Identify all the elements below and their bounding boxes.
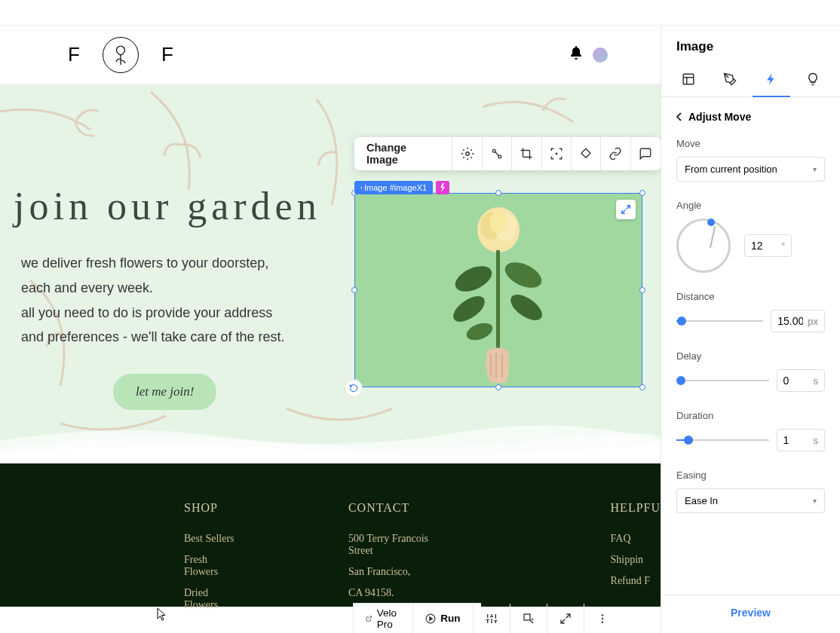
- expand-icon[interactable]: [616, 200, 636, 219]
- svg-point-13: [464, 320, 495, 343]
- hero-title: join our garden: [14, 184, 321, 228]
- delay-slider[interactable]: [676, 380, 769, 381]
- svg-point-16: [601, 614, 602, 616]
- footer-heading: SHOP: [184, 501, 243, 515]
- easing-label: Easing: [676, 469, 825, 481]
- duration-input[interactable]: s: [777, 429, 826, 451]
- duration-slider[interactable]: [676, 439, 769, 441]
- svg-point-9: [452, 261, 496, 296]
- tab-layout[interactable]: [670, 65, 707, 96]
- inspector-icon[interactable]: [510, 604, 547, 633]
- preview-button[interactable]: Preview: [731, 607, 771, 619]
- more-icon[interactable]: [584, 604, 621, 633]
- logo-letter-left: F: [68, 43, 80, 66]
- angle-dial[interactable]: [676, 219, 731, 273]
- svg-point-3: [556, 153, 557, 154]
- footer-text: 500 Terry Francois Street: [348, 533, 452, 557]
- svg-rect-19: [683, 74, 694, 84]
- footer-col-helpful: HELPFU FAQ Shippin Refund F: [611, 501, 661, 620]
- resize-handle[interactable]: [639, 190, 645, 196]
- animation-badge-icon[interactable]: [436, 181, 449, 194]
- distance-input[interactable]: px: [771, 310, 825, 332]
- focus-icon[interactable]: [542, 137, 572, 170]
- footer-heading: HELPFU: [611, 501, 661, 515]
- duration-label: Duration: [676, 410, 825, 421]
- svg-point-11: [449, 291, 489, 326]
- properties-panel: Image Adjust Move Move Fro: [661, 26, 840, 633]
- site-logo: F F: [68, 37, 173, 73]
- resize-handle[interactable]: [351, 287, 357, 293]
- element-label[interactable]: ‹ Image #imageX1: [354, 181, 433, 194]
- resize-handle[interactable]: [639, 287, 645, 293]
- back-button[interactable]: Adjust Move: [676, 111, 825, 123]
- angle-input[interactable]: °: [744, 234, 792, 257]
- move-select[interactable]: From current position ▾: [676, 157, 825, 182]
- resize-handle[interactable]: [639, 384, 645, 390]
- panel-title: Image: [661, 26, 840, 65]
- site-header: F F: [0, 26, 661, 84]
- svg-rect-8: [496, 250, 500, 363]
- logo-mark: [103, 37, 139, 73]
- footer-link[interactable]: Shippin: [611, 554, 661, 566]
- run-button[interactable]: Run: [413, 604, 473, 633]
- selected-image[interactable]: [354, 193, 642, 387]
- mask-icon[interactable]: [572, 137, 601, 170]
- velo-pro-button[interactable]: Velo Pro: [354, 604, 413, 633]
- animation-icon[interactable]: [483, 137, 512, 170]
- link-icon[interactable]: [601, 137, 630, 170]
- tab-help[interactable]: [794, 65, 832, 96]
- logo-letter-right: F: [161, 43, 173, 66]
- join-button[interactable]: let me join!: [113, 374, 216, 410]
- undo-icon[interactable]: [345, 379, 363, 397]
- crop-icon[interactable]: [512, 137, 541, 170]
- hero-line-1: we deliver fresh flowers to your doorste…: [21, 252, 321, 274]
- cursor-icon: [157, 607, 167, 623]
- svg-point-12: [506, 289, 546, 325]
- image-toolbar: Change Image: [354, 137, 661, 170]
- comment-icon[interactable]: [631, 137, 661, 170]
- svg-point-10: [501, 257, 546, 292]
- settings-sliders-icon[interactable]: [474, 604, 510, 633]
- hero-line-3: all you need to do is provide your addre…: [21, 302, 321, 324]
- svg-point-0: [465, 152, 469, 156]
- resize-handle[interactable]: [495, 190, 501, 196]
- svg-point-1: [492, 149, 495, 152]
- footer-link[interactable]: Best Sellers: [184, 533, 243, 545]
- svg-point-18: [601, 621, 602, 622]
- footer-heading: CONTACT: [348, 501, 452, 515]
- resize-handle[interactable]: [495, 384, 501, 390]
- footer-link[interactable]: FAQ: [611, 533, 661, 545]
- tab-design[interactable]: [711, 65, 749, 96]
- svg-point-7: [489, 212, 507, 233]
- tab-animation[interactable]: [753, 65, 790, 96]
- footer-link[interactable]: Dried Flowers: [184, 587, 243, 611]
- settings-icon[interactable]: [452, 137, 482, 170]
- delay-input[interactable]: s: [777, 369, 826, 392]
- bell-icon[interactable]: [570, 46, 582, 63]
- svg-point-17: [601, 617, 602, 619]
- hero-line-2: each and every week.: [21, 277, 321, 299]
- distance-label: Distance: [676, 291, 825, 302]
- svg-rect-15: [524, 614, 530, 620]
- hero-line-4: and preferences - we'll take care of the…: [21, 326, 321, 348]
- angle-label: Angle: [676, 200, 825, 211]
- distance-slider[interactable]: [676, 320, 763, 322]
- avatar-icon[interactable]: [593, 47, 608, 63]
- svg-point-2: [498, 155, 501, 158]
- footer-col-shop: SHOP Best Sellers Fresh Flowers Dried Fl…: [184, 501, 243, 620]
- expand-panel-icon[interactable]: [547, 604, 584, 633]
- easing-select[interactable]: Ease In ▾: [676, 488, 825, 513]
- footer-link[interactable]: Refund F: [611, 575, 661, 587]
- move-label: Move: [676, 138, 825, 149]
- delay-label: Delay: [676, 350, 825, 362]
- change-image-button[interactable]: Change Image: [354, 137, 452, 170]
- footer-text: San Francisco,: [348, 566, 452, 578]
- footer-text: CA 94158.: [348, 587, 452, 599]
- site-footer: SHOP Best Sellers Fresh Flowers Dried Fl…: [0, 463, 661, 607]
- footer-link[interactable]: Fresh Flowers: [184, 554, 243, 578]
- bottom-toolbar: Velo Pro Run: [353, 603, 481, 633]
